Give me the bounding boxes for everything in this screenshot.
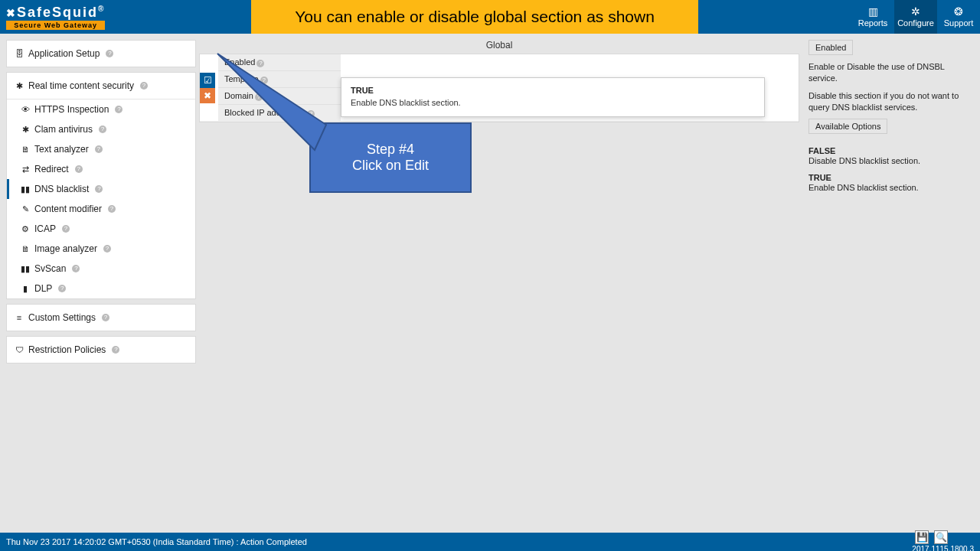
help-icon[interactable]: ? — [95, 185, 103, 193]
save-icon[interactable]: 💾 — [915, 530, 929, 544]
sidebar-item-restriction-policies[interactable]: 🛡 Restriction Policies ? — [7, 337, 195, 363]
nav-support[interactable]: ❂ Support — [937, 0, 980, 34]
option-true-desc: Enable DNS blacklist section. — [808, 182, 974, 194]
option-false-desc: Disable DNS blacklist section. — [808, 155, 974, 167]
edit-icon: ✎ — [21, 204, 30, 214]
option-tooltip[interactable]: TRUE Enable DNS blacklist section. — [341, 77, 765, 117]
help-icon[interactable]: ? — [106, 50, 113, 57]
main-area: Global ☑ ✖ Enabled? Template? Domain? Bl… — [196, 34, 980, 533]
sidebar-group-rtcs: ✱ Real time content security ? 👁HTTPS In… — [6, 72, 196, 299]
shield-icon: 🛡 — [15, 345, 24, 354]
sidebar-item-dlp[interactable]: ▮DLP? — [7, 279, 195, 298]
center-column: Global ☑ ✖ Enabled? Template? Domain? Bl… — [196, 37, 802, 533]
asterisk-icon: ✱ — [21, 125, 30, 135]
footer-right: 💾 🔍 2017.1115.1800.3 — [912, 530, 974, 551]
page-body: 🗄 Application Setup ? ✱ Real time conten… — [0, 34, 980, 533]
help-icon[interactable]: ? — [58, 285, 66, 292]
sliders-icon: ≡ — [15, 313, 24, 322]
sidebar-item-icap[interactable]: ⚙ICAP? — [7, 219, 195, 239]
gear-icon: ⚙ — [21, 224, 30, 234]
sidebar-label: Application Setup — [28, 48, 100, 59]
briefcase-icon: 🗄 — [15, 49, 24, 58]
sidebar-item-custom-settings[interactable]: ≡ Custom Settings ? — [7, 305, 195, 331]
status-text: Thu Nov 23 2017 14:20:02 GMT+0530 (India… — [6, 537, 307, 546]
nav-reports-label: Reports — [858, 18, 888, 28]
search-icon[interactable]: 🔍 — [934, 530, 948, 544]
sidebar-label: Custom Settings — [28, 312, 96, 323]
option-true-title: TRUE — [808, 173, 974, 182]
tooltip-title: TRUE — [351, 86, 755, 95]
help-chip-enabled: Enabled — [808, 40, 853, 55]
callout: Step #4 Click on Edit — [309, 122, 472, 193]
sidebar-label: SvScan — [34, 263, 66, 274]
nav-support-label: Support — [944, 18, 974, 28]
sidebar-label: HTTPS Inspection — [34, 104, 109, 115]
brand-name: SafeSquid — [17, 5, 98, 20]
bars-icon: ▮▮ — [21, 184, 30, 194]
sidebar-label: DNS blacklist — [34, 184, 89, 194]
help-icon[interactable]: ? — [112, 346, 119, 354]
instruction-banner: You can enable or disable global section… — [251, 0, 698, 34]
sidebar-item-image-analyzer[interactable]: 🗎Image analyzer? — [7, 239, 195, 259]
sidebar-label: Redirect — [34, 164, 69, 174]
sidebar-label: Image analyzer — [34, 243, 97, 254]
nav-configure[interactable]: ✲ Configure — [894, 0, 937, 34]
svg-marker-0 — [217, 54, 326, 150]
sidebar-label: Clam antivirus — [34, 124, 93, 135]
help-icon[interactable]: ? — [115, 106, 122, 113]
brand-logo: ✖SafeSquid® Secure Web Gateway — [0, 0, 111, 34]
life-ring-icon: ❂ — [954, 6, 963, 17]
sidebar: 🗄 Application Setup ? ✱ Real time conten… — [0, 34, 196, 533]
top-bar: ✖SafeSquid® Secure Web Gateway You can e… — [0, 0, 980, 34]
status-bar: Thu Nov 23 2017 14:20:02 GMT+0530 (India… — [0, 533, 980, 551]
sidebar-group-app-setup: 🗄 Application Setup ? — [6, 40, 196, 67]
registered-icon: ® — [98, 5, 105, 13]
version-text: 2017.1115.1800.3 — [912, 545, 974, 551]
sidebar-label: Restriction Policies — [28, 344, 106, 355]
help-icon[interactable]: ? — [108, 205, 116, 213]
option-false-title: FALSE — [808, 146, 974, 155]
callout-line2: Click on Edit — [352, 158, 429, 174]
help-icon[interactable]: ? — [103, 245, 111, 253]
tooltip-body: Enable DNS blacklist section. — [351, 98, 755, 107]
section-title: Global — [196, 37, 802, 54]
help-icon[interactable]: ? — [75, 165, 83, 173]
help-icon[interactable]: ? — [140, 82, 148, 90]
sidebar-item-https-inspection[interactable]: 👁HTTPS Inspection? — [7, 99, 195, 119]
help-text: Enable or Disable the use of DNSBL servi… — [808, 61, 974, 84]
help-text: Disable this section if you do not want … — [808, 90, 974, 113]
help-icon[interactable]: ? — [62, 225, 70, 233]
sidebar-item-svscan[interactable]: ▮▮SvScan? — [7, 259, 195, 279]
sidebar-label: DLP — [34, 283, 52, 294]
sidebar-label: Content modifier — [34, 204, 102, 214]
help-icon[interactable]: ? — [102, 314, 109, 321]
sidebar-item-rtcs[interactable]: ✱ Real time content security ? — [7, 73, 195, 99]
sliders-icon: ✲ — [911, 6, 920, 17]
help-icon[interactable]: ? — [99, 126, 106, 133]
help-icon[interactable]: ? — [72, 265, 80, 272]
help-icon[interactable]: ? — [95, 145, 103, 153]
callout-line1: Step #4 — [367, 142, 414, 158]
sidebar-item-dns-blacklist[interactable]: ▮▮DNS blacklist? — [7, 179, 195, 199]
sidebar-item-clam-antivirus[interactable]: ✱Clam antivirus? — [7, 119, 195, 139]
sidebar-label: Text analyzer — [34, 144, 89, 155]
sidebar-group-custom: ≡ Custom Settings ? — [6, 304, 196, 331]
callout-arrow-icon — [211, 52, 357, 159]
bar-chart-icon: ▥ — [868, 6, 878, 17]
brand-tagline: Secure Web Gateway — [6, 21, 105, 30]
document-icon: 🗎 — [21, 145, 30, 154]
sidebar-item-content-modifier[interactable]: ✎Content modifier? — [7, 199, 195, 219]
sidebar-item-text-analyzer[interactable]: 🗎Text analyzer? — [7, 139, 195, 159]
sidebar-item-redirect[interactable]: ⇄Redirect? — [7, 159, 195, 179]
image-icon: 🗎 — [21, 244, 30, 253]
shuffle-icon: ⇄ — [21, 165, 30, 174]
x-icon: ✖ — [204, 90, 211, 101]
sidebar-label: Real time content security — [28, 80, 134, 91]
help-chip-options: Available Options — [808, 119, 887, 134]
sidebar-submenu: 👁HTTPS Inspection? ✱Clam antivirus? 🗎Tex… — [7, 99, 195, 298]
nav-reports[interactable]: ▥ Reports — [851, 0, 894, 34]
bars-icon: ▮▮ — [21, 264, 30, 274]
sidebar-item-app-setup[interactable]: 🗄 Application Setup ? — [7, 41, 195, 67]
sidebar-label: ICAP — [34, 223, 56, 234]
wrench-icon: ✖ — [6, 7, 17, 19]
